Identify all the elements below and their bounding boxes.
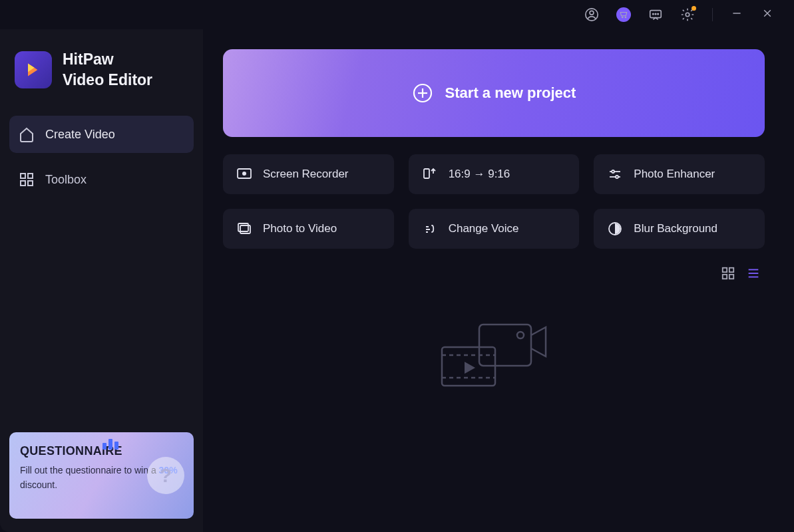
- main-content: Start a new project Screen Recorder 16:9…: [203, 29, 794, 532]
- tool-photo-to-video[interactable]: Photo to Video: [223, 209, 394, 249]
- promo-banner[interactable]: QUESTIONNAIRE Fill out the questionnaire…: [9, 432, 194, 519]
- svg-point-6: [655, 13, 656, 14]
- sidebar-item-label: Create Video: [45, 128, 115, 142]
- sidebar: HitPaw Video Editor Create Video Toolbox…: [0, 29, 203, 532]
- blur-icon: [607, 221, 623, 237]
- svg-point-24: [612, 170, 614, 173]
- voice-icon: [422, 221, 438, 237]
- settings-icon[interactable]: [680, 7, 695, 22]
- svg-rect-30: [729, 268, 733, 272]
- tool-screen-recorder[interactable]: Screen Recorder: [223, 154, 394, 194]
- photo-video-icon: [236, 221, 252, 237]
- svg-point-5: [653, 13, 654, 14]
- view-toggle: [223, 266, 765, 283]
- grid-view-button[interactable]: [721, 266, 735, 283]
- app-logo-icon: [15, 51, 52, 88]
- tool-change-voice[interactable]: Change Voice: [409, 209, 580, 249]
- sidebar-item-label: Toolbox: [45, 173, 87, 187]
- plus-circle-icon: [412, 82, 433, 104]
- svg-point-3: [625, 17, 626, 18]
- brand: HitPaw Video Editor: [9, 49, 194, 90]
- home-icon: [19, 126, 35, 142]
- sliders-icon: [607, 166, 623, 182]
- app-title: HitPaw Video Editor: [63, 49, 152, 90]
- svg-point-1: [590, 11, 594, 15]
- svg-rect-36: [479, 325, 531, 366]
- svg-point-2: [622, 17, 623, 18]
- feedback-icon[interactable]: [648, 7, 663, 22]
- svg-rect-15: [28, 181, 33, 186]
- svg-point-20: [242, 172, 246, 176]
- svg-point-37: [517, 332, 524, 338]
- promo-chart-icon: [102, 439, 118, 450]
- minimize-button[interactable]: [730, 8, 743, 22]
- close-button[interactable]: [761, 8, 774, 22]
- question-icon: ?: [147, 457, 184, 494]
- svg-point-25: [616, 176, 618, 178]
- empty-projects-illustration: [223, 317, 765, 396]
- svg-rect-29: [723, 268, 727, 272]
- svg-rect-21: [424, 169, 429, 178]
- svg-rect-32: [729, 275, 733, 279]
- svg-rect-31: [723, 275, 727, 279]
- svg-point-8: [686, 13, 690, 17]
- start-new-project-button[interactable]: Start a new project: [223, 49, 765, 137]
- grid-icon: [19, 172, 35, 188]
- svg-rect-12: [21, 174, 25, 178]
- tool-grid: Screen Recorder 16:9 → 9:16 Photo Enhanc…: [223, 154, 765, 249]
- tool-aspect-ratio[interactable]: 16:9 → 9:16: [409, 154, 580, 194]
- cart-icon[interactable]: [616, 7, 631, 22]
- titlebar: [0, 0, 794, 29]
- svg-rect-14: [21, 181, 25, 186]
- list-view-button[interactable]: [746, 266, 761, 283]
- account-icon[interactable]: [584, 7, 599, 22]
- titlebar-divider: [712, 8, 713, 21]
- promo-title: QUESTIONNAIRE: [20, 444, 183, 458]
- aspect-ratio-icon: [422, 166, 438, 182]
- svg-point-7: [658, 13, 658, 14]
- tool-photo-enhancer[interactable]: Photo Enhancer: [594, 154, 765, 194]
- tool-blur-background[interactable]: Blur Background: [594, 209, 765, 249]
- hero-label: Start a new project: [445, 84, 576, 102]
- sidebar-item-create-video[interactable]: Create Video: [9, 116, 194, 153]
- svg-rect-13: [28, 174, 33, 178]
- screen-recorder-icon: [236, 166, 252, 182]
- sidebar-item-toolbox[interactable]: Toolbox: [9, 161, 194, 198]
